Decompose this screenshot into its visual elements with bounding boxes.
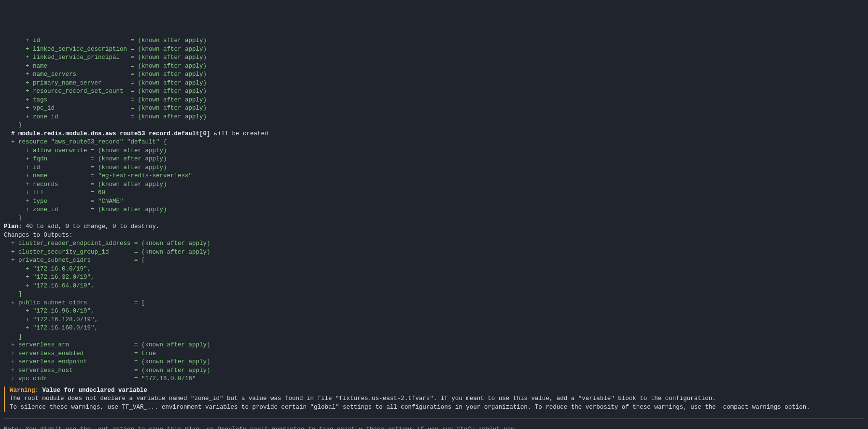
warning-block: Warning: Value for undeclared variableTh… bbox=[4, 386, 864, 412]
terminal-output[interactable]: + id = (known after apply) + linked_serv… bbox=[4, 37, 864, 429]
note-line: Note: You didn't use the -out option to … bbox=[4, 426, 864, 429]
separator bbox=[4, 418, 864, 419]
